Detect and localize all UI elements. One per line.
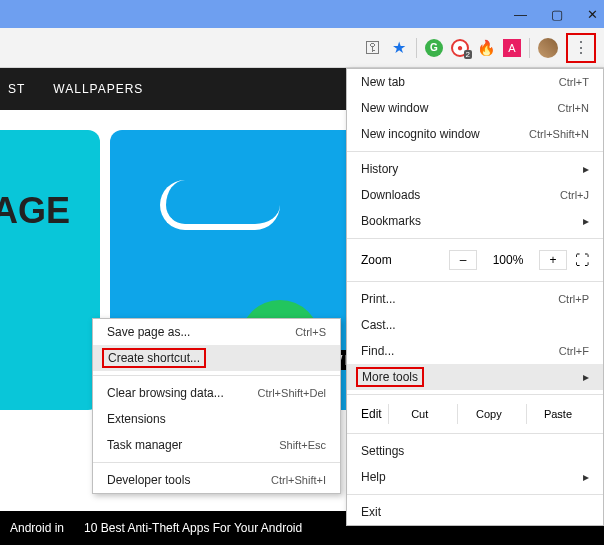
copy-button[interactable]: Copy — [457, 404, 520, 424]
flame-icon[interactable]: 🔥 — [477, 39, 495, 57]
menu-history[interactable]: History▸ — [347, 156, 603, 182]
menu-more-tools[interactable]: More tools▸ — [347, 364, 603, 390]
submenu-save-page[interactable]: Save page as...Ctrl+S — [93, 319, 340, 345]
paste-button[interactable]: Paste — [526, 404, 589, 424]
menu-help[interactable]: Help▸ — [347, 464, 603, 490]
maximize-button[interactable]: ▢ — [551, 7, 563, 22]
chevron-right-icon: ▸ — [583, 214, 589, 228]
zoom-label: Zoom — [361, 253, 392, 267]
menu-downloads[interactable]: DownloadsCtrl+J — [347, 182, 603, 208]
menu-edit-row: Edit Cut Copy Paste — [347, 399, 603, 429]
graphic-icon — [160, 180, 280, 230]
menu-zoom-row: Zoom – 100% + ⛶ — [347, 243, 603, 277]
menu-separator — [347, 494, 603, 495]
extension-badge-icon[interactable]: ● 2 — [451, 39, 469, 57]
menu-new-tab[interactable]: New tabCtrl+T — [347, 69, 603, 95]
cut-button[interactable]: Cut — [388, 404, 451, 424]
menu-print[interactable]: Print...Ctrl+P — [347, 286, 603, 312]
menu-separator — [347, 238, 603, 239]
zoom-level: 100% — [485, 253, 531, 267]
extension-a-icon[interactable]: A — [503, 39, 521, 57]
separator — [529, 38, 530, 58]
edit-label: Edit — [361, 407, 382, 421]
menu-exit[interactable]: Exit — [347, 499, 603, 525]
menu-separator — [347, 151, 603, 152]
submenu-extensions[interactable]: Extensions — [93, 406, 340, 432]
menu-settings[interactable]: Settings — [347, 438, 603, 464]
article-card[interactable]: LAGE — [0, 130, 100, 410]
zoom-in-button[interactable]: + — [539, 250, 567, 270]
fullscreen-icon[interactable]: ⛶ — [575, 252, 589, 268]
menu-cast[interactable]: Cast... — [347, 312, 603, 338]
zoom-out-button[interactable]: – — [449, 250, 477, 270]
menu-bookmarks[interactable]: Bookmarks▸ — [347, 208, 603, 234]
card-text: LAGE — [0, 190, 70, 232]
minimize-button[interactable]: — — [514, 7, 527, 22]
menu-new-window[interactable]: New windowCtrl+N — [347, 95, 603, 121]
menu-incognito[interactable]: New incognito windowCtrl+Shift+N — [347, 121, 603, 147]
article-title[interactable]: Android in — [10, 521, 64, 535]
bookmark-star-icon[interactable]: ★ — [390, 39, 408, 57]
submenu-developer-tools[interactable]: Developer toolsCtrl+Shift+I — [93, 467, 340, 493]
chevron-right-icon: ▸ — [583, 370, 589, 384]
chrome-menu-button[interactable]: ⋮ — [570, 37, 592, 59]
submenu-create-shortcut[interactable]: Create shortcut... — [93, 345, 340, 371]
nav-item[interactable]: ST — [8, 82, 25, 96]
menu-separator — [347, 281, 603, 282]
menu-separator — [93, 375, 340, 376]
badge-count: 2 — [464, 50, 472, 59]
submenu-clear-data[interactable]: Clear browsing data...Ctrl+Shift+Del — [93, 380, 340, 406]
separator — [416, 38, 417, 58]
grammarly-icon[interactable]: G — [425, 39, 443, 57]
submenu-task-manager[interactable]: Task managerShift+Esc — [93, 432, 340, 458]
key-icon[interactable]: ⚿ — [364, 39, 382, 57]
chevron-right-icon: ▸ — [583, 162, 589, 176]
menu-separator — [93, 462, 340, 463]
window-titlebar: — ▢ ✕ — [0, 0, 604, 28]
article-title[interactable]: 10 Best Anti-Theft Apps For Your Android — [84, 521, 302, 535]
chevron-right-icon: ▸ — [583, 470, 589, 484]
profile-avatar[interactable] — [538, 38, 558, 58]
chrome-main-menu: New tabCtrl+T New windowCtrl+N New incog… — [346, 68, 604, 526]
close-button[interactable]: ✕ — [587, 7, 598, 22]
menu-separator — [347, 394, 603, 395]
browser-toolbar: ⚿ ★ G ● 2 🔥 A ⋮ — [0, 28, 604, 68]
nav-item[interactable]: WALLPAPERS — [53, 82, 143, 96]
menu-separator — [347, 433, 603, 434]
more-tools-submenu: Save page as...Ctrl+S Create shortcut...… — [92, 318, 341, 494]
menu-find[interactable]: Find...Ctrl+F — [347, 338, 603, 364]
highlight-box: ⋮ — [566, 33, 596, 63]
